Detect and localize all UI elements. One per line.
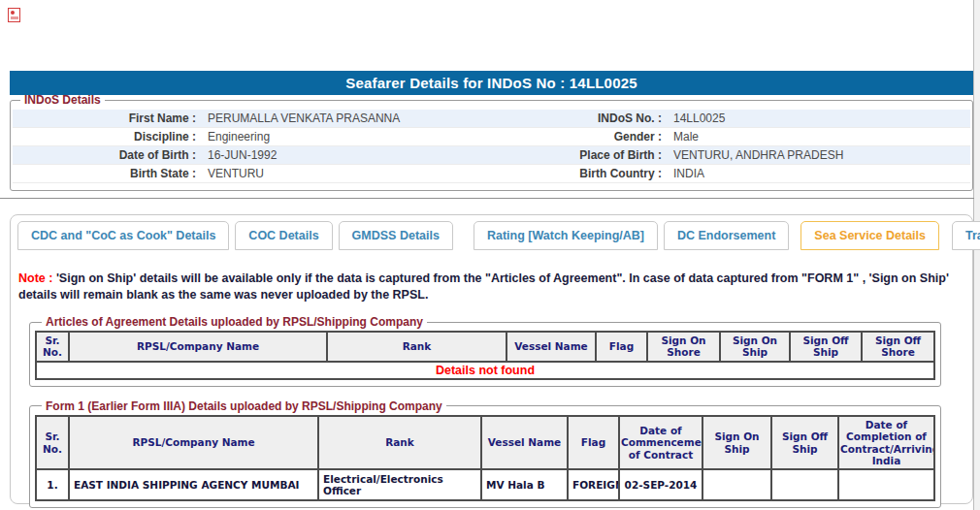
col-rank: Rank [318, 416, 481, 470]
note-prefix: Note : [18, 271, 52, 285]
gender-value: Male [666, 130, 970, 143]
seafarer-tab-panel: CDC and "CoC as Cook" Details COC Detail… [10, 214, 973, 504]
indos-row: First Name : PERUMALLA VENKATA PRASANNA … [13, 110, 970, 128]
articles-of-agreement-section: Articles of Agreement Details uploaded b… [29, 315, 941, 387]
cell-sign-on-ship [702, 469, 771, 500]
col-rpsl-company-name: RPSL/Company Name [69, 416, 318, 470]
articles-of-agreement-legend: Articles of Agreement Details uploaded b… [42, 315, 427, 329]
col-date-of-completion: Date of Completion of Contract/Arriving … [838, 416, 934, 470]
dob-label: Date of Birth : [13, 148, 200, 162]
gender-label: Gender : [503, 130, 666, 143]
col-flag: Flag [568, 416, 619, 470]
indos-row: Date of Birth : 16-JUN-1992 Place of Bir… [13, 146, 970, 165]
table-row: 1. EAST INDIA SHIPPING AGENCY MUMBAI Ele… [36, 469, 934, 500]
col-flag: Flag [596, 332, 647, 362]
cell-vessel-name: MV Hala B [481, 469, 568, 500]
discipline-label: Discipline : [13, 130, 200, 143]
cell-sr-no: 1. [36, 469, 69, 500]
details-not-found-message: Details not found [36, 362, 934, 379]
col-sign-on-shore: Sign On Shore [647, 332, 720, 362]
birth-country-label: Birth Country : [503, 167, 666, 180]
place-of-birth-value: VENTURU, ANDHRA PRADESH [666, 148, 970, 162]
birth-state-value: VENTURU [200, 167, 503, 180]
form1-legend: Form 1 (Earlier Form IIIA) Details uploa… [42, 399, 446, 413]
place-of-birth-label: Place of Birth : [503, 148, 666, 162]
col-sign-off-ship: Sign Off Ship [771, 416, 838, 470]
page-title: Seafarer Details for INDoS No : 14LL0025 [10, 71, 973, 95]
cell-flag: FOREIGN [568, 469, 619, 500]
form1-section: Form 1 (Earlier Form IIIA) Details uploa… [29, 399, 941, 509]
indos-no-label: INDoS No. : [503, 112, 666, 125]
col-sign-off-ship: Sign Off Ship [790, 332, 862, 362]
tab-sea-service-details[interactable]: Sea Service Details [800, 221, 939, 250]
dob-value: 16-JUN-1992 [200, 148, 503, 162]
discipline-value: Engineering [200, 130, 503, 143]
col-vessel-name: Vessel Name [481, 416, 568, 470]
col-sr-no: Sr. No. [36, 332, 69, 362]
first-name-value: PERUMALLA VENKATA PRASANNA [200, 112, 503, 125]
tab-gmdss-details[interactable]: GMDSS Details [339, 221, 453, 250]
tab-bar: CDC and "CoC as Cook" Details COC Detail… [11, 215, 972, 250]
tab-rating-watch-keeping-ab[interactable]: Rating [Watch Keeping/AB] [474, 221, 658, 250]
birth-state-label: Birth State : [13, 167, 200, 180]
col-sign-on-ship: Sign On Ship [702, 416, 771, 470]
cell-completion-date [838, 469, 934, 500]
table-header-row: Sr. No. RPSL/Company Name Rank Vessel Na… [36, 416, 934, 470]
broken-image-icon [8, 8, 20, 22]
col-rank: Rank [327, 332, 506, 362]
scrollbar-track[interactable] [973, 0, 980, 510]
col-vessel-name: Vessel Name [506, 332, 596, 362]
form1-table: Sr. No. RPSL/Company Name Rank Vessel Na… [35, 415, 935, 502]
col-sign-on-ship: Sign On Ship [720, 332, 790, 362]
section-divider [0, 198, 974, 199]
indos-row: Discipline : Engineering Gender : Male [13, 128, 970, 146]
cell-rank: Electrical/Electronics Officer [318, 469, 481, 500]
cell-company-name: EAST INDIA SHIPPING AGENCY MUMBAI [69, 469, 318, 500]
col-sign-off-shore: Sign Off Shore [862, 332, 934, 362]
cell-commencement-date: 02-SEP-2014 [619, 469, 702, 500]
indos-details-legend: INDoS Details [20, 93, 105, 107]
table-row: Details not found [36, 362, 934, 379]
note-text: 'Sign on Ship' details will be available… [18, 271, 949, 302]
indos-details-section: INDoS Details First Name : PERUMALLA VEN… [10, 93, 973, 191]
table-header-row: Sr. No. RPSL/Company Name Rank Vessel Na… [36, 332, 934, 362]
col-date-of-commencement: Date of Commencement of Contract [619, 416, 702, 470]
tab-cdc-coc-as-cook-details[interactable]: CDC and "CoC as Cook" Details [17, 221, 229, 250]
sign-on-ship-note: Note : 'Sign on Ship' details will be av… [18, 271, 961, 303]
tab-dc-endorsement[interactable]: DC Endorsement [664, 221, 789, 250]
birth-country-value: INDIA [666, 167, 970, 180]
articles-of-agreement-table: Sr. No. RPSL/Company Name Rank Vessel Na… [35, 331, 935, 380]
col-sr-no: Sr. No. [36, 416, 69, 470]
indos-row: Birth State : VENTURU Birth Country : IN… [13, 165, 970, 183]
indos-no-value: 14LL0025 [666, 112, 970, 125]
first-name-label: First Name : [13, 112, 200, 125]
tab-training-details[interactable]: Training Details [952, 221, 980, 250]
tab-coc-details[interactable]: COC Details [235, 221, 332, 250]
col-rpsl-company-name: RPSL/Company Name [69, 332, 327, 362]
cell-sign-off-ship [771, 469, 838, 500]
